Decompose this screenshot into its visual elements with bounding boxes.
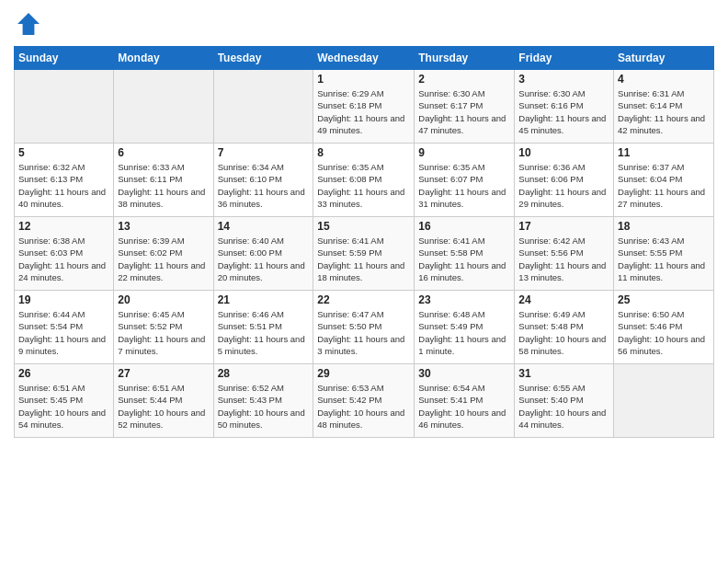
day-number: 31	[518, 367, 609, 380]
day-info: Sunrise: 6:48 AMSunset: 5:49 PMDaylight:…	[418, 308, 510, 357]
day-info: Sunrise: 6:37 AMSunset: 6:04 PMDaylight:…	[618, 161, 710, 210]
logo-icon	[14, 9, 43, 39]
calendar-cell	[614, 364, 714, 438]
calendar-cell: 21Sunrise: 6:46 AMSunset: 5:51 PMDayligh…	[213, 291, 313, 364]
day-number: 14	[218, 220, 310, 233]
calendar-cell: 1Sunrise: 6:29 AMSunset: 6:18 PMDaylight…	[313, 70, 415, 144]
day-info: Sunrise: 6:34 AMSunset: 6:10 PMDaylight:…	[218, 161, 310, 210]
calendar-cell: 11Sunrise: 6:37 AMSunset: 6:04 PMDayligh…	[614, 144, 714, 217]
day-info: Sunrise: 6:50 AMSunset: 5:46 PMDaylight:…	[618, 308, 710, 357]
day-info: Sunrise: 6:39 AMSunset: 6:02 PMDaylight:…	[118, 235, 209, 283]
calendar-cell: 19Sunrise: 6:44 AMSunset: 5:54 PMDayligh…	[15, 291, 114, 364]
day-number: 23	[418, 293, 510, 306]
calendar-cell: 15Sunrise: 6:41 AMSunset: 5:59 PMDayligh…	[313, 217, 415, 291]
day-info: Sunrise: 6:30 AMSunset: 6:17 PMDaylight:…	[418, 87, 510, 136]
calendar-cell: 13Sunrise: 6:39 AMSunset: 6:02 PMDayligh…	[114, 217, 213, 291]
svg-marker-0	[17, 13, 40, 35]
day-info: Sunrise: 6:54 AMSunset: 5:41 PMDaylight:…	[418, 382, 510, 431]
day-number: 20	[118, 293, 209, 306]
day-info: Sunrise: 6:30 AMSunset: 6:16 PMDaylight:…	[518, 87, 609, 136]
day-info: Sunrise: 6:44 AMSunset: 5:54 PMDaylight:…	[18, 308, 109, 357]
calendar-cell	[15, 70, 114, 144]
day-number: 30	[418, 367, 510, 380]
day-number: 18	[618, 220, 710, 233]
header-cell-friday: Friday	[515, 47, 614, 70]
day-number: 17	[518, 220, 609, 233]
header-row: SundayMondayTuesdayWednesdayThursdayFrid…	[15, 47, 714, 70]
day-info: Sunrise: 6:55 AMSunset: 5:40 PMDaylight:…	[518, 382, 609, 431]
header-cell-saturday: Saturday	[614, 47, 714, 70]
day-number: 24	[518, 293, 609, 306]
day-number: 3	[518, 73, 609, 86]
calendar-cell: 6Sunrise: 6:33 AMSunset: 6:11 PMDaylight…	[114, 144, 213, 217]
header-cell-thursday: Thursday	[415, 47, 515, 70]
header-cell-tuesday: Tuesday	[213, 47, 313, 70]
day-number: 28	[218, 367, 310, 380]
day-info: Sunrise: 6:31 AMSunset: 6:14 PMDaylight:…	[618, 87, 710, 136]
day-number: 26	[18, 367, 109, 380]
day-number: 16	[418, 220, 510, 233]
day-number: 10	[518, 146, 609, 159]
calendar-cell: 29Sunrise: 6:53 AMSunset: 5:42 PMDayligh…	[313, 364, 415, 438]
calendar-week-3: 12Sunrise: 6:38 AMSunset: 6:03 PMDayligh…	[15, 217, 714, 291]
calendar-cell: 17Sunrise: 6:42 AMSunset: 5:56 PMDayligh…	[515, 217, 614, 291]
day-info: Sunrise: 6:32 AMSunset: 6:13 PMDaylight:…	[18, 161, 109, 210]
calendar-cell: 16Sunrise: 6:41 AMSunset: 5:58 PMDayligh…	[415, 217, 515, 291]
calendar-cell: 10Sunrise: 6:36 AMSunset: 6:06 PMDayligh…	[515, 144, 614, 217]
day-number: 29	[317, 367, 410, 380]
calendar-week-4: 19Sunrise: 6:44 AMSunset: 5:54 PMDayligh…	[15, 291, 714, 364]
day-number: 27	[118, 367, 209, 380]
calendar-week-1: 1Sunrise: 6:29 AMSunset: 6:18 PMDaylight…	[15, 70, 714, 144]
calendar-cell: 27Sunrise: 6:51 AMSunset: 5:44 PMDayligh…	[114, 364, 213, 438]
header-cell-sunday: Sunday	[15, 47, 114, 70]
day-number: 8	[317, 146, 410, 159]
calendar-cell: 25Sunrise: 6:50 AMSunset: 5:46 PMDayligh…	[614, 291, 714, 364]
calendar-cell: 8Sunrise: 6:35 AMSunset: 6:08 PMDaylight…	[313, 144, 415, 217]
calendar-cell: 7Sunrise: 6:34 AMSunset: 6:10 PMDaylight…	[213, 144, 313, 217]
day-info: Sunrise: 6:52 AMSunset: 5:43 PMDaylight:…	[218, 382, 310, 431]
day-info: Sunrise: 6:53 AMSunset: 5:42 PMDaylight:…	[317, 382, 410, 431]
day-number: 5	[18, 146, 109, 159]
calendar-cell: 31Sunrise: 6:55 AMSunset: 5:40 PMDayligh…	[515, 364, 614, 438]
day-info: Sunrise: 6:41 AMSunset: 5:59 PMDaylight:…	[317, 235, 410, 283]
calendar-cell: 28Sunrise: 6:52 AMSunset: 5:43 PMDayligh…	[213, 364, 313, 438]
calendar-cell: 4Sunrise: 6:31 AMSunset: 6:14 PMDaylight…	[614, 70, 714, 144]
day-info: Sunrise: 6:41 AMSunset: 5:58 PMDaylight:…	[418, 235, 510, 283]
day-number: 9	[418, 146, 510, 159]
calendar-cell: 18Sunrise: 6:43 AMSunset: 5:55 PMDayligh…	[614, 217, 714, 291]
logo	[14, 9, 47, 39]
header-cell-monday: Monday	[114, 47, 213, 70]
day-info: Sunrise: 6:35 AMSunset: 6:07 PMDaylight:…	[418, 161, 510, 210]
calendar-cell: 23Sunrise: 6:48 AMSunset: 5:49 PMDayligh…	[415, 291, 515, 364]
calendar-week-2: 5Sunrise: 6:32 AMSunset: 6:13 PMDaylight…	[15, 144, 714, 217]
calendar-cell: 30Sunrise: 6:54 AMSunset: 5:41 PMDayligh…	[415, 364, 515, 438]
day-info: Sunrise: 6:29 AMSunset: 6:18 PMDaylight:…	[317, 87, 410, 136]
day-number: 4	[618, 73, 710, 86]
day-info: Sunrise: 6:42 AMSunset: 5:56 PMDaylight:…	[518, 235, 609, 283]
day-number: 13	[118, 220, 209, 233]
day-info: Sunrise: 6:49 AMSunset: 5:48 PMDaylight:…	[518, 308, 609, 357]
calendar-cell: 14Sunrise: 6:40 AMSunset: 6:00 PMDayligh…	[213, 217, 313, 291]
day-number: 19	[18, 293, 109, 306]
calendar-cell: 20Sunrise: 6:45 AMSunset: 5:52 PMDayligh…	[114, 291, 213, 364]
calendar-cell	[213, 70, 313, 144]
day-info: Sunrise: 6:45 AMSunset: 5:52 PMDaylight:…	[118, 308, 209, 357]
day-info: Sunrise: 6:47 AMSunset: 5:50 PMDaylight:…	[317, 308, 410, 357]
calendar-cell: 9Sunrise: 6:35 AMSunset: 6:07 PMDaylight…	[415, 144, 515, 217]
day-info: Sunrise: 6:33 AMSunset: 6:11 PMDaylight:…	[118, 161, 209, 210]
day-info: Sunrise: 6:43 AMSunset: 5:55 PMDaylight:…	[618, 235, 710, 283]
day-number: 12	[18, 220, 109, 233]
day-info: Sunrise: 6:51 AMSunset: 5:44 PMDaylight:…	[118, 382, 209, 431]
calendar-header: SundayMondayTuesdayWednesdayThursdayFrid…	[15, 47, 714, 70]
day-info: Sunrise: 6:36 AMSunset: 6:06 PMDaylight:…	[518, 161, 609, 210]
calendar-body: 1Sunrise: 6:29 AMSunset: 6:18 PMDaylight…	[15, 70, 714, 438]
day-number: 6	[118, 146, 209, 159]
day-info: Sunrise: 6:38 AMSunset: 6:03 PMDaylight:…	[18, 235, 109, 283]
day-number: 15	[317, 220, 410, 233]
header	[14, 9, 714, 39]
calendar-cell: 12Sunrise: 6:38 AMSunset: 6:03 PMDayligh…	[15, 217, 114, 291]
day-info: Sunrise: 6:40 AMSunset: 6:00 PMDaylight:…	[218, 235, 310, 283]
day-info: Sunrise: 6:35 AMSunset: 6:08 PMDaylight:…	[317, 161, 410, 210]
calendar-cell	[114, 70, 213, 144]
calendar-cell: 22Sunrise: 6:47 AMSunset: 5:50 PMDayligh…	[313, 291, 415, 364]
